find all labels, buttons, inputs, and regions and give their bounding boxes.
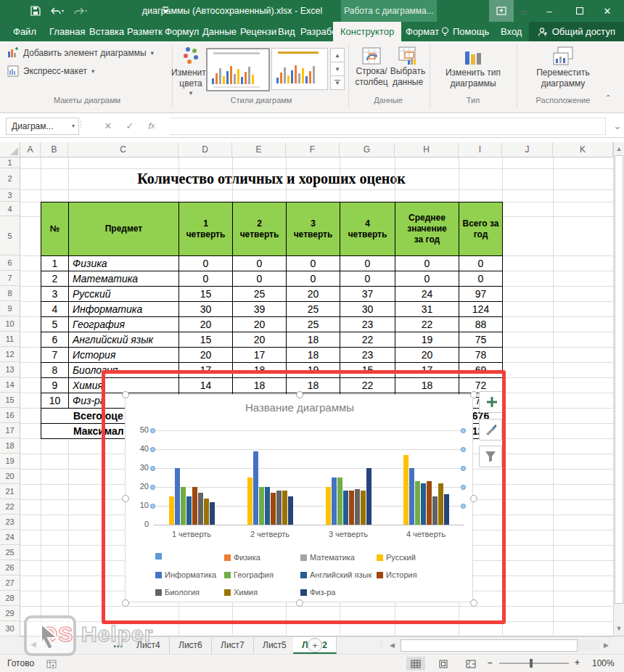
table-cell[interactable]: 0 — [459, 256, 503, 271]
table-header-cell[interactable]: 3 четверть — [287, 202, 340, 256]
redo-icon[interactable] — [71, 4, 90, 17]
table-cell[interactable]: 22 — [340, 332, 395, 348]
table-cell[interactable]: 31 — [395, 302, 459, 317]
table-cell[interactable]: 3 — [41, 287, 69, 302]
row-header-17[interactable]: 17 — [0, 423, 20, 438]
insert-function-icon[interactable]: fx — [142, 118, 161, 134]
vscroll-up-icon[interactable]: ▲ — [614, 143, 624, 154]
table-cell[interactable]: 8 — [41, 363, 69, 378]
table-cell[interactable]: 0 — [287, 256, 340, 271]
table-cell[interactable]: 0 — [179, 271, 233, 287]
table-header-cell[interactable]: 4 четверть — [340, 202, 395, 256]
table-cell[interactable]: 39 — [233, 302, 287, 317]
view-page-layout-icon[interactable] — [434, 657, 453, 671]
table-cell[interactable]: 18 — [287, 332, 340, 348]
column-header-K[interactable]: K — [553, 142, 613, 157]
row-header-29[interactable]: 29 — [0, 606, 20, 621]
chart-style-thumbnail-1[interactable] — [206, 48, 270, 91]
table-cell[interactable]: 30 — [179, 302, 233, 317]
name-box[interactable]: Диаграм... ▾ — [6, 118, 79, 135]
collapse-ribbon-icon[interactable]: ⌃ — [605, 94, 611, 102]
hscroll-track[interactable] — [399, 639, 599, 651]
select-data-button[interactable]: Выбрать данные — [389, 46, 427, 88]
table-cell[interactable]: 37 — [340, 287, 395, 302]
ribbon-display-options-icon[interactable] — [489, 0, 514, 22]
vscroll-down-icon[interactable]: ▼ — [614, 623, 624, 634]
table-cell[interactable]: 20 — [395, 348, 459, 363]
move-chart-button[interactable]: Переместить диаграмму — [521, 46, 605, 89]
table-cell[interactable]: 15 — [179, 287, 233, 302]
row-header-18[interactable]: 18 — [0, 438, 20, 454]
column-header-I[interactable]: I — [459, 142, 502, 157]
menu-tab-11[interactable]: Формат — [398, 22, 446, 41]
hscroll-left-icon[interactable]: ◀ — [387, 639, 398, 651]
table-cell[interactable]: 0 — [287, 271, 340, 287]
sheet-tab-Лист4[interactable]: Лист4 — [128, 636, 170, 654]
change-chart-type-button[interactable]: Изменить тип диаграммы — [435, 46, 511, 89]
row-header-8[interactable]: 8 — [0, 286, 20, 301]
table-cell[interactable]: 97 — [459, 287, 503, 302]
table-cell[interactable]: 78 — [459, 348, 503, 363]
table-cell[interactable]: Английский язык — [69, 332, 179, 348]
table-cell[interactable]: 23 — [340, 317, 395, 332]
table-cell[interactable]: 0 — [233, 271, 287, 287]
cancel-icon[interactable]: ✕ — [99, 118, 118, 134]
table-cell[interactable]: 19 — [395, 332, 459, 348]
row-header-3[interactable]: 3 — [0, 189, 20, 202]
macro-record-icon[interactable] — [42, 657, 61, 671]
table-cell[interactable]: Математика — [69, 271, 179, 287]
table-cell[interactable]: История — [69, 348, 179, 363]
table-cell[interactable]: 0 — [340, 256, 395, 271]
new-sheet-button[interactable]: + — [308, 638, 322, 652]
column-header-H[interactable]: H — [395, 142, 459, 157]
gallery-scroll-up[interactable]: ▲ — [330, 48, 345, 62]
row-header-6[interactable]: 6 — [0, 255, 20, 271]
help-menu[interactable]: Помощь — [441, 22, 489, 41]
row-header-9[interactable]: 9 — [0, 301, 20, 316]
row-header-25[interactable]: 25 — [0, 545, 20, 560]
name-box-dropdown-icon[interactable]: ▾ — [72, 118, 75, 134]
table-cell[interactable]: 124 — [459, 302, 503, 317]
column-header-A[interactable]: A — [20, 142, 41, 157]
table-cell[interactable]: 20 — [179, 348, 233, 363]
table-cell[interactable]: 17 — [233, 348, 287, 363]
sheet-tab-Лист6[interactable]: Лист6 — [170, 636, 212, 654]
zoom-slider-track[interactable] — [499, 663, 569, 664]
row-header-22[interactable]: 22 — [0, 499, 20, 515]
chart-style-thumbnail-2[interactable] — [271, 48, 328, 90]
close-button[interactable]: ✕ — [595, 0, 620, 22]
menu-tab-10[interactable]: Конструктор — [333, 22, 401, 41]
row-header-2[interactable]: 2 — [0, 168, 20, 189]
column-header-F[interactable]: F — [286, 142, 340, 157]
change-colors-button[interactable]: Изменить цвета▾ — [173, 46, 209, 97]
table-cell[interactable]: 20 — [233, 317, 287, 332]
column-header-E[interactable]: E — [232, 142, 286, 157]
table-cell[interactable]: 24 — [395, 287, 459, 302]
row-header-26[interactable]: 26 — [0, 560, 20, 575]
table-cell[interactable]: 20 — [287, 287, 340, 302]
row-header-28[interactable]: 28 — [0, 591, 20, 606]
table-cell[interactable]: Информатика — [69, 302, 179, 317]
row-header-24[interactable]: 24 — [0, 530, 20, 545]
column-header-G[interactable]: G — [340, 142, 395, 157]
row-header-30[interactable]: 30 — [0, 621, 20, 636]
row-header-10[interactable]: 10 — [0, 316, 20, 332]
zoom-out-icon[interactable]: – — [488, 657, 493, 668]
tab-overflow-dots[interactable]: ... — [113, 637, 123, 650]
table-cell[interactable]: 0 — [233, 256, 287, 271]
row-header-19[interactable]: 19 — [0, 454, 20, 469]
table-cell[interactable]: 0 — [395, 256, 459, 271]
table-cell[interactable]: 75 — [459, 332, 503, 348]
view-normal-icon[interactable] — [406, 657, 425, 671]
table-cell[interactable]: 10 — [41, 393, 69, 409]
sheet-tab-Лист5[interactable]: Лист5 — [254, 636, 296, 654]
row-header-12[interactable]: 12 — [0, 347, 20, 362]
gallery-more-button[interactable]: ▼ — [330, 75, 345, 90]
table-header-cell[interactable]: Предмет — [69, 202, 179, 256]
table-cell[interactable]: 18 — [287, 348, 340, 363]
hscroll-thumb[interactable] — [401, 639, 578, 652]
table-header-cell[interactable]: № — [41, 202, 69, 256]
table-cell[interactable]: География — [69, 317, 179, 332]
table-cell[interactable]: 6 — [41, 332, 69, 348]
table-cell[interactable]: 9 — [41, 378, 69, 393]
